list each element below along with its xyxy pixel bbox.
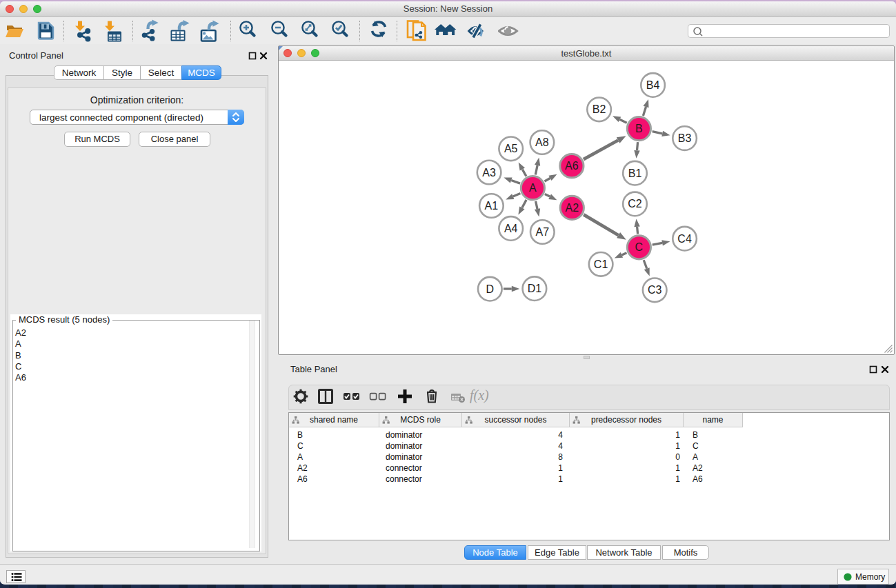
svg-text:C3: C3 bbox=[648, 284, 662, 296]
svg-text:D: D bbox=[486, 283, 495, 295]
svg-text:A2: A2 bbox=[566, 202, 579, 214]
svg-text:B3: B3 bbox=[678, 132, 692, 144]
svg-text:D1: D1 bbox=[528, 283, 542, 294]
svg-text:A: A bbox=[529, 182, 537, 194]
svg-text:C: C bbox=[635, 241, 644, 253]
svg-text:B1: B1 bbox=[628, 168, 642, 179]
svg-text:A4: A4 bbox=[504, 223, 518, 234]
svg-text:A1: A1 bbox=[485, 200, 499, 212]
svg-text:A8: A8 bbox=[535, 136, 549, 148]
svg-text:C1: C1 bbox=[594, 258, 608, 270]
svg-text:B: B bbox=[635, 123, 643, 134]
svg-text:A5: A5 bbox=[504, 143, 518, 154]
svg-text:C2: C2 bbox=[628, 198, 642, 210]
svg-text:A3: A3 bbox=[482, 167, 496, 179]
svg-text:B2: B2 bbox=[593, 103, 606, 115]
svg-text:B4: B4 bbox=[646, 79, 660, 91]
svg-text:A6: A6 bbox=[565, 160, 579, 172]
svg-text:A7: A7 bbox=[536, 226, 550, 238]
svg-text:C4: C4 bbox=[677, 233, 692, 245]
